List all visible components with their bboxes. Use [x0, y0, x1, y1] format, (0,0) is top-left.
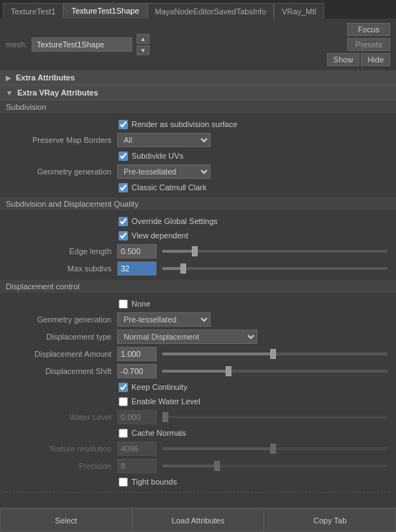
preserve-map-borders-row: Preserve Map Borders All None Only UV Bo… — [0, 131, 396, 149]
precision-input[interactable] — [117, 459, 157, 473]
geometry-generation-dropdown-subdiv[interactable]: Pre-tessellated Dynamic — [117, 164, 211, 179]
extra-vray-header[interactable]: ▼ Extra VRay Attributes — [0, 85, 396, 101]
none-checkbox[interactable] — [119, 299, 128, 309]
max-subdivs-control — [117, 261, 390, 276]
displacement-amount-control — [117, 347, 390, 361]
geometry-generation-row-subdiv: Geometry generation Pre-tessellated Dyna… — [0, 163, 396, 180]
displacement-amount-slider[interactable] — [162, 353, 387, 355]
tight-bounds-label: Tight bounds — [132, 477, 177, 486]
keep-continuity-label: Keep Continuity — [132, 383, 188, 391]
hide-button[interactable]: Hide — [361, 53, 390, 66]
render-as-subdivision-label: Render as subdivision surface — [132, 120, 237, 129]
cache-normals-row: Cache Normals — [0, 426, 396, 440]
texture-resolution-input[interactable] — [117, 442, 157, 456]
enable-water-level-checkbox[interactable] — [119, 397, 128, 406]
precision-control — [117, 459, 390, 473]
texture-resolution-label: Texture resolution — [6, 444, 117, 453]
subdivide-uvs-row: Subdivide UVs — [0, 149, 396, 163]
preserve-map-borders-dropdown[interactable]: All None Only UV Borders — [117, 133, 211, 147]
max-subdivs-label: Max subdivs — [6, 264, 117, 273]
displacement-type-row: Displacement type Normal Displacement Ve… — [0, 328, 396, 345]
tab-texturetest1shape[interactable]: TextureTest1Shape — [63, 3, 147, 19]
geometry-generation-dropdown-disp[interactable]: Pre-tessellated Dynamic — [117, 312, 211, 327]
render-as-subdivision-checkbox[interactable] — [119, 120, 128, 129]
max-subdivs-row: Max subdivs — [0, 260, 396, 277]
displacement-shift-row: Displacement Shift — [0, 363, 396, 380]
tab-vray-mtl[interactable]: VRay_Mtl — [274, 3, 324, 19]
edge-length-label: Edge length — [6, 247, 117, 256]
tab-maya-node-editor[interactable]: MayaNodeEditorSavedTabsInfo — [147, 3, 275, 19]
cache-normals-checkbox[interactable] — [119, 429, 128, 438]
geometry-generation-label-subdiv: Geometry generation — [6, 167, 117, 176]
displacement-label: Displacement control — [6, 282, 80, 291]
texture-resolution-control — [117, 442, 390, 456]
subdivide-uvs-label: Subdivide UVs — [132, 151, 183, 160]
max-subdivs-slider-track[interactable] — [162, 267, 387, 270]
subdivide-uvs-checkbox[interactable] — [119, 151, 128, 161]
texture-resolution-row: Texture resolution — [0, 440, 396, 457]
subdiv-quality-label: Subdivision and Displacement Quality — [6, 200, 139, 208]
mesh-label: mesh: — [6, 40, 27, 49]
precision-label: Precision — [6, 462, 117, 470]
tight-bounds-row: Tight bounds — [0, 475, 396, 489]
displacement-type-dropdown[interactable]: Normal Displacement Vector Displacement … — [117, 330, 257, 344]
bottom-bar: Select Load Attributes Copy Tab — [0, 508, 396, 532]
load-attributes-button[interactable]: Load Attributes — [132, 508, 264, 532]
max-subdivs-input[interactable] — [117, 261, 157, 276]
edge-length-slider-track[interactable] — [162, 250, 387, 253]
geometry-generation-control-subdiv: Pre-tessellated Dynamic — [117, 164, 390, 179]
texture-resolution-slider — [162, 447, 387, 450]
subdiv-quality-header: Subdivision and Displacement Quality — [0, 197, 396, 211]
geometry-generation-row-disp: Geometry generation Pre-tessellated Dyna… — [0, 311, 396, 328]
select-button[interactable]: Select — [0, 508, 132, 532]
tab-bar: TextureTest1 TextureTest1Shape MayaNodeE… — [0, 0, 396, 19]
extra-vray-arrow: ▼ — [6, 89, 13, 97]
classic-catmull-clark-label: Classic Catmull Clark — [132, 183, 207, 192]
copy-tab-button[interactable]: Copy Tab — [264, 508, 396, 532]
override-global-label: Override Global Settings — [132, 217, 218, 225]
displacement-amount-input[interactable] — [117, 347, 157, 361]
displacement-amount-row: Displacement Amount — [0, 345, 396, 363]
nav-up-arrow[interactable]: ▲ — [137, 34, 149, 44]
header-area: mesh: ▲ ▼ Focus Presets Show Hide — [0, 19, 396, 70]
classic-catmull-clark-checkbox[interactable] — [119, 183, 128, 192]
section-divider — [6, 492, 390, 493]
mesh-input[interactable] — [32, 37, 132, 52]
classic-catmull-clark-row: Classic Catmull Clark — [0, 180, 396, 195]
nav-down-arrow[interactable]: ▼ — [137, 45, 149, 55]
subdivision-header: Subdivision — [0, 101, 396, 114]
water-level-label: Water Level — [6, 413, 117, 421]
subdivision-section: Render as subdivision surface Preserve M… — [0, 114, 396, 197]
presets-button[interactable]: Presets — [347, 38, 390, 51]
displacement-shift-input[interactable] — [117, 364, 157, 378]
cache-normals-label: Cache Normals — [132, 429, 186, 437]
water-level-input[interactable] — [117, 410, 157, 424]
water-level-row: Water Level — [0, 409, 396, 426]
geometry-generation-label-disp: Geometry generation — [6, 315, 117, 324]
header-controls: Focus Presets Show Hide — [327, 23, 390, 66]
show-hide-row: Show Hide — [327, 53, 390, 66]
view-dependent-label: View dependent — [132, 231, 188, 240]
view-dependent-checkbox[interactable] — [119, 231, 128, 241]
subdivision-label: Subdivision — [6, 103, 46, 111]
precision-row: Precision — [0, 457, 396, 475]
edge-length-row: Edge length — [0, 243, 396, 260]
tab-texuretest1[interactable]: TextureTest1 — [3, 3, 63, 19]
displacement-shift-slider[interactable] — [162, 370, 387, 373]
nav-arrows: ▲ ▼ — [137, 34, 149, 55]
displacement-header: Displacement control — [0, 280, 396, 294]
extra-attributes-header[interactable]: ▶ Extra Attributes — [0, 70, 396, 85]
keep-continuity-checkbox[interactable] — [119, 383, 128, 392]
edge-length-input[interactable] — [117, 244, 157, 258]
none-row: None — [0, 297, 396, 311]
focus-button[interactable]: Focus — [347, 23, 390, 36]
preserve-map-borders-control: All None Only UV Borders — [117, 133, 390, 147]
extra-attributes-title: Extra Attributes — [16, 73, 75, 82]
content-area: ▶ Extra Attributes ▼ Extra VRay Attribut… — [0, 70, 396, 515]
show-button[interactable]: Show — [327, 53, 360, 66]
displacement-type-control: Normal Displacement Vector Displacement … — [117, 330, 390, 344]
override-global-checkbox[interactable] — [119, 217, 128, 226]
extra-attributes-arrow: ▶ — [6, 74, 11, 82]
tight-bounds-checkbox[interactable] — [119, 477, 128, 487]
preserve-map-borders-label: Preserve Map Borders — [6, 136, 117, 144]
